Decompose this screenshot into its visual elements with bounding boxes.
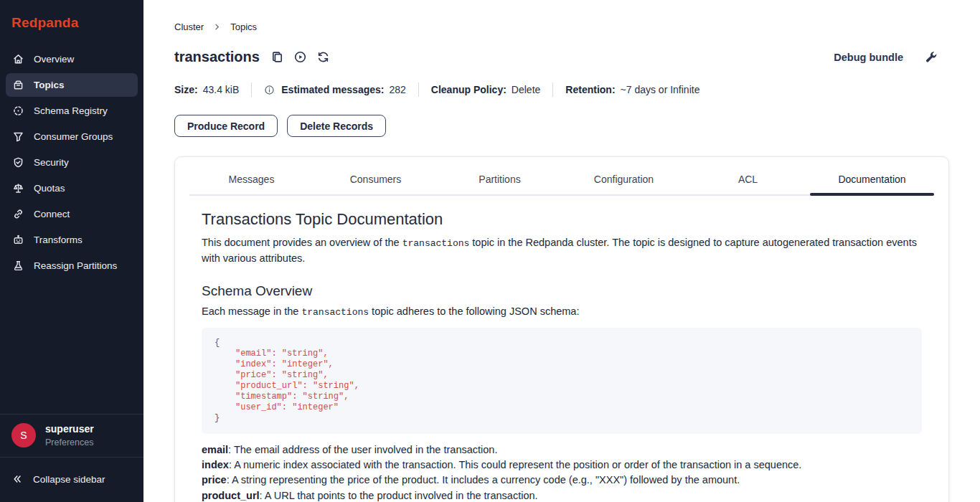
- stat-label: Retention:: [565, 84, 615, 95]
- sidebar-item-consumer-groups[interactable]: Consumer Groups: [6, 125, 138, 148]
- title-row: transactions Debug bundle: [174, 49, 949, 65]
- topic-detail-card: Messages Consumers Partitions Configurat…: [174, 156, 949, 502]
- stat-cleanup-policy: Cleanup Policy: Delete: [431, 84, 541, 95]
- scales-icon: [12, 182, 24, 194]
- home-icon: [12, 53, 24, 65]
- field-index: index: A numeric index associated with t…: [202, 458, 922, 473]
- redpanda-console-window: Redpanda Overview Topics Schema Registry: [0, 0, 980, 502]
- debug-bundle-link[interactable]: Debug bundle: [834, 52, 903, 63]
- sidebar: Redpanda Overview Topics Schema Registry: [0, 0, 143, 502]
- field-term: product_url: [202, 490, 260, 501]
- page-title: transactions: [174, 49, 260, 65]
- field-desc: : The email address of the user involved…: [228, 444, 497, 455]
- delete-records-button[interactable]: Delete Records: [287, 115, 386, 137]
- preferences-link[interactable]: Preferences: [45, 437, 94, 447]
- tab-bar: Messages Consumers Partitions Configurat…: [189, 163, 934, 196]
- chevron-right-icon: [212, 22, 222, 32]
- field-price: price: A string representing the price o…: [202, 473, 922, 488]
- info-icon[interactable]: [264, 85, 275, 95]
- stat-label: Cleanup Policy:: [431, 84, 507, 95]
- code-line: "email": "string",: [215, 349, 909, 359]
- user-name: superuser: [45, 423, 94, 435]
- field-definitions: email: The email address of the user inv…: [202, 442, 922, 502]
- stat-label: Estimated messages:: [281, 84, 384, 95]
- tab-messages[interactable]: Messages: [189, 163, 314, 196]
- code-line: "product_url": "string",: [215, 381, 909, 392]
- field-desc: : A numeric index associated with the tr…: [229, 459, 802, 470]
- stat-value: 282: [389, 84, 405, 95]
- doc-intro-text: This document provides an overview of th…: [202, 237, 402, 248]
- stat-value: Delete: [512, 84, 540, 95]
- wrench-icon[interactable]: [925, 51, 938, 64]
- tab-consumers[interactable]: Consumers: [314, 163, 438, 196]
- refresh-icon[interactable]: [316, 50, 330, 64]
- breadcrumb-cluster[interactable]: Cluster: [174, 22, 204, 32]
- schema-intro-text: Each message in the: [202, 306, 301, 317]
- field-term: email: [202, 444, 228, 455]
- code-line: {: [215, 338, 909, 349]
- code-line: "timestamp": "string",: [215, 392, 909, 402]
- breadcrumb: Cluster Topics: [174, 22, 949, 32]
- breadcrumb-topics[interactable]: Topics: [230, 22, 257, 32]
- sidebar-item-label: Transforms: [34, 235, 83, 245]
- avatar: S: [11, 423, 36, 447]
- user-menu[interactable]: S superuser Preferences: [0, 415, 143, 457]
- title-actions: [270, 50, 330, 64]
- code-line: }: [215, 413, 909, 424]
- flask-icon: [12, 260, 24, 272]
- schema-intro-paragraph: Each message in the transactions topic a…: [202, 304, 919, 320]
- field-product-url: product_url: A URL that points to the pr…: [202, 488, 922, 502]
- play-circle-icon[interactable]: [293, 50, 307, 64]
- sidebar-item-label: Schema Registry: [34, 105, 108, 116]
- stat-value: 43.4 kiB: [203, 84, 240, 95]
- redpanda-logo: Redpanda: [0, 0, 143, 47]
- funnel-icon: [12, 131, 24, 143]
- stat-estimated-messages: Estimated messages: 282: [264, 84, 406, 95]
- sidebar-item-security[interactable]: Security: [6, 151, 138, 174]
- collapse-sidebar-label: Collapse sidebar: [33, 474, 105, 485]
- inline-code-transactions: transactions: [402, 238, 470, 249]
- sidebar-item-label: Security: [34, 157, 69, 168]
- topic-stats-bar: Size: 43.4 kiB Estimated messages: 282 C…: [174, 82, 949, 97]
- doc-intro-paragraph: This document provides an overview of th…: [202, 235, 919, 266]
- tab-acl[interactable]: ACL: [686, 163, 810, 196]
- main-content: Cluster Topics transactions Debug bundle: [143, 0, 980, 502]
- sidebar-nav: Overview Topics Schema Registry Consumer…: [0, 47, 143, 278]
- produce-record-button[interactable]: Produce Record: [174, 115, 278, 137]
- divider: [552, 82, 553, 97]
- stat-retention: Retention: ~7 days or Infinite: [565, 84, 699, 95]
- tab-configuration[interactable]: Configuration: [562, 163, 686, 196]
- schema-intro-text: topic adheres to the following JSON sche…: [369, 306, 579, 317]
- sidebar-item-label: Overview: [34, 54, 74, 65]
- inline-code-transactions: transactions: [301, 307, 369, 318]
- field-email: email: The email address of the user inv…: [202, 442, 922, 458]
- double-chevron-left-icon: [11, 473, 23, 485]
- sidebar-footer: S superuser Preferences Collapse sidebar: [0, 414, 143, 502]
- field-term: index: [202, 459, 229, 470]
- sidebar-item-transforms[interactable]: Transforms: [6, 228, 138, 252]
- sidebar-item-schema-registry[interactable]: Schema Registry: [6, 99, 138, 123]
- sidebar-item-quotas[interactable]: Quotas: [6, 176, 138, 200]
- shield-check-icon: [12, 156, 24, 169]
- code-line: "user_id": "integer": [215, 402, 909, 413]
- topic-actions: Produce Record Delete Records: [174, 115, 949, 137]
- divider: [418, 82, 419, 97]
- schema-overview-heading: Schema Overview: [202, 283, 922, 299]
- schema-code-block: { "email": "string", "index": "integer",…: [202, 328, 922, 434]
- sidebar-item-reassign-partitions[interactable]: Reassign Partitions: [6, 254, 138, 278]
- collapse-sidebar-button[interactable]: Collapse sidebar: [0, 458, 143, 502]
- sidebar-item-overview[interactable]: Overview: [6, 47, 138, 71]
- divider: [251, 82, 252, 97]
- schema-registry-icon: [12, 105, 24, 117]
- sidebar-item-label: Connect: [34, 209, 70, 219]
- tab-documentation[interactable]: Documentation: [810, 163, 934, 196]
- copy-icon[interactable]: [270, 50, 284, 64]
- tab-partitions[interactable]: Partitions: [438, 163, 562, 196]
- link-icon: [12, 208, 24, 220]
- sidebar-item-label: Topics: [34, 80, 65, 90]
- code-line: "price": "string",: [215, 370, 909, 381]
- sidebar-item-label: Consumer Groups: [34, 131, 113, 142]
- robot-icon: [12, 234, 24, 246]
- sidebar-item-topics[interactable]: Topics: [6, 73, 138, 97]
- sidebar-item-connect[interactable]: Connect: [6, 202, 138, 226]
